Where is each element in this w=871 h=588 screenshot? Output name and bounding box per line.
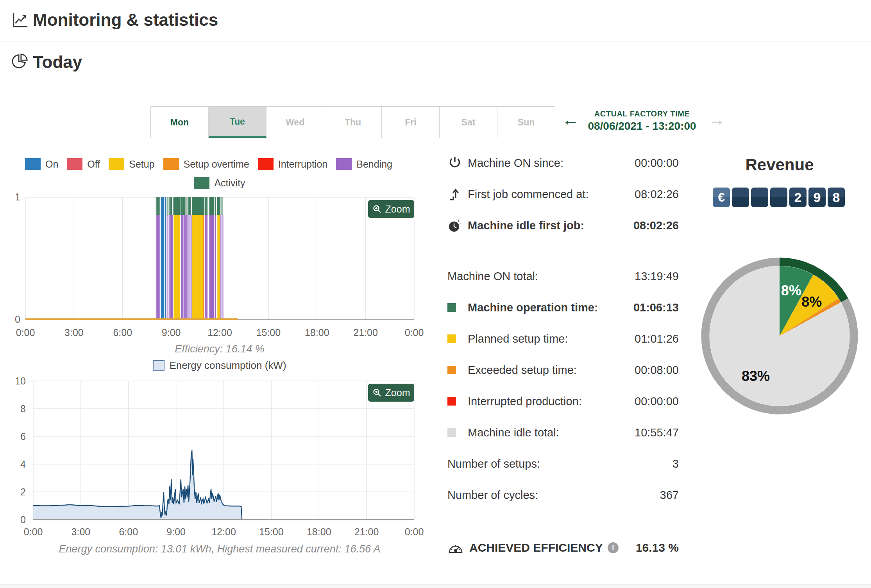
stat-label: Machine ON since: <box>468 157 563 170</box>
revenue-digit-tile: 2 <box>789 188 807 207</box>
achieved-efficiency-label: ACHIEVED EFFICIENCY <box>469 541 603 554</box>
monitoring-dashboard: Monitoring & statistics Today MonTueWedT… <box>0 0 871 588</box>
factory-time-label: ACTUAL FACTORY TIME <box>578 109 706 118</box>
legend-label: On <box>45 159 58 170</box>
svg-text:3:00: 3:00 <box>64 327 84 338</box>
svg-text:6:00: 6:00 <box>119 526 138 537</box>
stat-value: 13:19:49 <box>635 270 679 283</box>
stats-panel: Machine ON since:00:00:00First job comme… <box>447 154 679 514</box>
day-tab-wed[interactable]: Wed <box>266 107 324 138</box>
stat-value: 10:55:47 <box>635 426 679 439</box>
timeline-zoom-label: Zoom <box>385 204 410 215</box>
day-tab-sat[interactable]: Sat <box>440 107 497 138</box>
stat-value: 01:06:13 <box>633 301 679 314</box>
magnifier-plus-icon <box>372 204 382 214</box>
svg-text:8: 8 <box>20 403 26 414</box>
stat-row: Machine ON since:00:00:00 <box>447 154 679 172</box>
pie-chart-icon <box>11 52 29 70</box>
stat-value: 00:00:00 <box>635 157 679 170</box>
next-day-arrow[interactable]: → <box>708 111 725 128</box>
svg-text:z: z <box>460 222 461 225</box>
stat-value: 01:01:26 <box>635 332 679 345</box>
svg-text:0:00: 0:00 <box>24 526 43 537</box>
legend-swatch <box>109 158 124 170</box>
achieved-efficiency-value: 16.13 % <box>636 541 679 554</box>
revenue-digit-tile <box>751 188 768 207</box>
legend-label: Off <box>87 159 100 170</box>
svg-text:0:00: 0:00 <box>16 327 35 338</box>
svg-text:9:00: 9:00 <box>162 327 181 338</box>
legend-label: Setup overtime <box>184 159 249 170</box>
stat-label: Machine ON total: <box>447 270 538 283</box>
svg-text:12:00: 12:00 <box>211 526 236 537</box>
svg-text:9:00: 9:00 <box>166 526 186 537</box>
revenue-digit-tile <box>770 188 787 207</box>
day-tab-sun[interactable]: Sun <box>497 107 555 138</box>
timeline-zoom-button[interactable]: Zoom <box>368 200 414 218</box>
stat-row: Machine operation time:01:06:13 <box>447 299 679 316</box>
power-icon <box>447 155 468 170</box>
stat-value: 3 <box>672 458 679 470</box>
efficiency-caption: Efficiency: 16.14 % <box>25 343 414 355</box>
svg-text:0:00: 0:00 <box>405 327 424 338</box>
stat-marker <box>447 428 468 437</box>
legend-swatch <box>194 177 209 189</box>
svg-text:2: 2 <box>20 486 26 497</box>
stat-label: Planned setup time: <box>468 332 568 345</box>
svg-text:1: 1 <box>15 191 20 202</box>
prev-day-arrow[interactable]: ← <box>562 111 579 128</box>
first-job-icon <box>447 187 468 202</box>
day-tab-tue[interactable]: Tue <box>209 107 266 138</box>
svg-text:12:00: 12:00 <box>207 327 232 338</box>
legend-swatch <box>258 158 274 170</box>
svg-text:15:00: 15:00 <box>259 526 284 537</box>
energy-zoom-label: Zoom <box>385 387 410 399</box>
stat-row: Machine idle total:10:55:47 <box>447 424 679 441</box>
info-icon[interactable]: i <box>608 542 619 553</box>
stat-marker <box>447 366 468 374</box>
magnifier-plus-icon <box>372 388 382 397</box>
state-legend-row2: Activity <box>25 177 414 189</box>
section-title: Today <box>33 52 82 72</box>
page-header: Monitoring & statistics <box>0 0 871 41</box>
energy-legend-swatch <box>153 360 165 371</box>
stat-label: Interrupted production: <box>468 395 582 408</box>
stat-marker <box>447 334 468 343</box>
stat-label: Exceeded setup time: <box>468 364 577 377</box>
stat-row: Machine ON total:13:19:49 <box>447 268 679 285</box>
stat-swatch <box>447 428 456 437</box>
revenue-title: Revenue <box>720 155 839 174</box>
svg-text:18:00: 18:00 <box>307 526 331 537</box>
stat-value: 00:08:00 <box>635 364 679 377</box>
line-chart-icon <box>11 11 29 29</box>
stat-swatch <box>447 303 456 312</box>
legend-swatch <box>163 158 179 170</box>
svg-text:3:00: 3:00 <box>72 526 91 537</box>
stat-label: Number of cycles: <box>447 489 538 502</box>
stat-value: 08:02:26 <box>635 188 679 201</box>
svg-text:0: 0 <box>15 314 20 325</box>
stat-swatch <box>447 334 456 343</box>
stat-row: First job commenced at:08:02:26 <box>447 186 679 203</box>
svg-text:21:00: 21:00 <box>354 526 379 537</box>
legend-item-setup-overtime: Setup overtime <box>163 158 249 170</box>
stat-swatch <box>447 366 456 374</box>
stat-value: 367 <box>660 489 679 502</box>
stat-value: 08:02:26 <box>633 219 679 232</box>
legend-item-interruption: Interruption <box>258 158 327 170</box>
day-tab-mon[interactable]: Mon <box>151 107 209 138</box>
legend-item-on: On <box>25 158 58 170</box>
revenue-counter: €298 <box>713 188 845 207</box>
energy-legend: Energy consumption (kW) <box>25 359 414 372</box>
energy-legend-item: Energy consumption (kW) <box>153 359 286 372</box>
svg-text:83%: 83% <box>742 368 770 384</box>
legend-label: Setup <box>129 159 154 170</box>
stat-marker <box>447 303 468 312</box>
energy-zoom-button[interactable]: Zoom <box>368 384 414 402</box>
day-tab-thu[interactable]: Thu <box>324 107 382 138</box>
page-title: Monitoring & statistics <box>33 10 218 30</box>
legend-label: Bending <box>356 159 392 170</box>
svg-text:0:00: 0:00 <box>405 526 424 537</box>
day-tab-fri[interactable]: Fri <box>382 107 440 138</box>
section-header: Today <box>0 41 871 83</box>
